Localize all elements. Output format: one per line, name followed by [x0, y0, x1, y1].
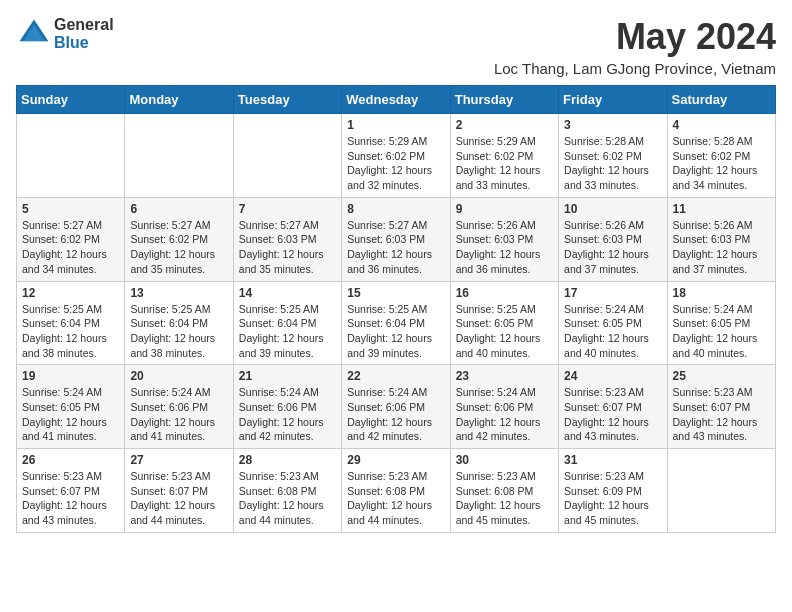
calendar-cell: 30Sunrise: 5:23 AM Sunset: 6:08 PM Dayli…	[450, 449, 558, 533]
calendar-cell: 28Sunrise: 5:23 AM Sunset: 6:08 PM Dayli…	[233, 449, 341, 533]
calendar-week-row: 26Sunrise: 5:23 AM Sunset: 6:07 PM Dayli…	[17, 449, 776, 533]
day-number: 3	[564, 118, 661, 132]
day-number: 4	[673, 118, 770, 132]
day-info: Sunrise: 5:23 AM Sunset: 6:08 PM Dayligh…	[239, 469, 336, 528]
calendar-week-row: 1Sunrise: 5:29 AM Sunset: 6:02 PM Daylig…	[17, 114, 776, 198]
calendar-cell: 21Sunrise: 5:24 AM Sunset: 6:06 PM Dayli…	[233, 365, 341, 449]
day-info: Sunrise: 5:27 AM Sunset: 6:03 PM Dayligh…	[347, 218, 444, 277]
day-info: Sunrise: 5:27 AM Sunset: 6:02 PM Dayligh…	[130, 218, 227, 277]
calendar-cell: 8Sunrise: 5:27 AM Sunset: 6:03 PM Daylig…	[342, 197, 450, 281]
day-info: Sunrise: 5:24 AM Sunset: 6:06 PM Dayligh…	[239, 385, 336, 444]
weekday-header: Friday	[559, 86, 667, 114]
calendar-cell: 3Sunrise: 5:28 AM Sunset: 6:02 PM Daylig…	[559, 114, 667, 198]
day-number: 28	[239, 453, 336, 467]
day-number: 5	[22, 202, 119, 216]
day-number: 21	[239, 369, 336, 383]
day-number: 16	[456, 286, 553, 300]
calendar-cell: 27Sunrise: 5:23 AM Sunset: 6:07 PM Dayli…	[125, 449, 233, 533]
logo-blue: Blue	[54, 34, 114, 52]
day-number: 20	[130, 369, 227, 383]
calendar-cell: 6Sunrise: 5:27 AM Sunset: 6:02 PM Daylig…	[125, 197, 233, 281]
logo: General Blue	[16, 16, 114, 52]
day-number: 17	[564, 286, 661, 300]
day-info: Sunrise: 5:23 AM Sunset: 6:09 PM Dayligh…	[564, 469, 661, 528]
day-info: Sunrise: 5:26 AM Sunset: 6:03 PM Dayligh…	[564, 218, 661, 277]
calendar-cell: 19Sunrise: 5:24 AM Sunset: 6:05 PM Dayli…	[17, 365, 125, 449]
day-info: Sunrise: 5:25 AM Sunset: 6:04 PM Dayligh…	[22, 302, 119, 361]
weekday-header: Sunday	[17, 86, 125, 114]
day-info: Sunrise: 5:25 AM Sunset: 6:04 PM Dayligh…	[239, 302, 336, 361]
month-year: May 2024	[494, 16, 776, 58]
day-info: Sunrise: 5:23 AM Sunset: 6:07 PM Dayligh…	[130, 469, 227, 528]
day-info: Sunrise: 5:27 AM Sunset: 6:02 PM Dayligh…	[22, 218, 119, 277]
day-info: Sunrise: 5:24 AM Sunset: 6:05 PM Dayligh…	[22, 385, 119, 444]
day-info: Sunrise: 5:24 AM Sunset: 6:06 PM Dayligh…	[347, 385, 444, 444]
day-number: 8	[347, 202, 444, 216]
day-number: 2	[456, 118, 553, 132]
day-number: 30	[456, 453, 553, 467]
calendar-cell: 26Sunrise: 5:23 AM Sunset: 6:07 PM Dayli…	[17, 449, 125, 533]
weekday-header: Wednesday	[342, 86, 450, 114]
day-info: Sunrise: 5:28 AM Sunset: 6:02 PM Dayligh…	[673, 134, 770, 193]
day-info: Sunrise: 5:25 AM Sunset: 6:04 PM Dayligh…	[347, 302, 444, 361]
calendar-week-row: 12Sunrise: 5:25 AM Sunset: 6:04 PM Dayli…	[17, 281, 776, 365]
day-info: Sunrise: 5:23 AM Sunset: 6:07 PM Dayligh…	[22, 469, 119, 528]
day-number: 10	[564, 202, 661, 216]
calendar-cell: 12Sunrise: 5:25 AM Sunset: 6:04 PM Dayli…	[17, 281, 125, 365]
calendar-cell	[17, 114, 125, 198]
calendar-cell: 31Sunrise: 5:23 AM Sunset: 6:09 PM Dayli…	[559, 449, 667, 533]
logo-icon	[16, 16, 52, 52]
logo-general: General	[54, 16, 114, 34]
day-info: Sunrise: 5:26 AM Sunset: 6:03 PM Dayligh…	[673, 218, 770, 277]
day-info: Sunrise: 5:25 AM Sunset: 6:04 PM Dayligh…	[130, 302, 227, 361]
calendar-cell: 20Sunrise: 5:24 AM Sunset: 6:06 PM Dayli…	[125, 365, 233, 449]
calendar-cell: 22Sunrise: 5:24 AM Sunset: 6:06 PM Dayli…	[342, 365, 450, 449]
calendar-cell: 17Sunrise: 5:24 AM Sunset: 6:05 PM Dayli…	[559, 281, 667, 365]
day-info: Sunrise: 5:27 AM Sunset: 6:03 PM Dayligh…	[239, 218, 336, 277]
day-number: 1	[347, 118, 444, 132]
weekday-header: Thursday	[450, 86, 558, 114]
day-info: Sunrise: 5:25 AM Sunset: 6:05 PM Dayligh…	[456, 302, 553, 361]
day-number: 9	[456, 202, 553, 216]
location: Loc Thang, Lam GJong Province, Vietnam	[494, 60, 776, 77]
calendar-cell: 13Sunrise: 5:25 AM Sunset: 6:04 PM Dayli…	[125, 281, 233, 365]
day-info: Sunrise: 5:24 AM Sunset: 6:05 PM Dayligh…	[564, 302, 661, 361]
day-info: Sunrise: 5:23 AM Sunset: 6:08 PM Dayligh…	[347, 469, 444, 528]
day-info: Sunrise: 5:23 AM Sunset: 6:07 PM Dayligh…	[673, 385, 770, 444]
calendar-cell: 24Sunrise: 5:23 AM Sunset: 6:07 PM Dayli…	[559, 365, 667, 449]
calendar-cell: 4Sunrise: 5:28 AM Sunset: 6:02 PM Daylig…	[667, 114, 775, 198]
logo-text: General Blue	[54, 16, 114, 51]
weekday-header-row: SundayMondayTuesdayWednesdayThursdayFrid…	[17, 86, 776, 114]
day-info: Sunrise: 5:24 AM Sunset: 6:05 PM Dayligh…	[673, 302, 770, 361]
day-number: 12	[22, 286, 119, 300]
day-info: Sunrise: 5:29 AM Sunset: 6:02 PM Dayligh…	[456, 134, 553, 193]
calendar-table: SundayMondayTuesdayWednesdayThursdayFrid…	[16, 85, 776, 533]
day-number: 29	[347, 453, 444, 467]
calendar-cell: 15Sunrise: 5:25 AM Sunset: 6:04 PM Dayli…	[342, 281, 450, 365]
calendar-cell: 1Sunrise: 5:29 AM Sunset: 6:02 PM Daylig…	[342, 114, 450, 198]
calendar-week-row: 19Sunrise: 5:24 AM Sunset: 6:05 PM Dayli…	[17, 365, 776, 449]
page-header: General Blue May 2024 Loc Thang, Lam GJo…	[16, 16, 776, 77]
calendar-cell	[233, 114, 341, 198]
weekday-header: Tuesday	[233, 86, 341, 114]
day-info: Sunrise: 5:29 AM Sunset: 6:02 PM Dayligh…	[347, 134, 444, 193]
title-block: May 2024 Loc Thang, Lam GJong Province, …	[494, 16, 776, 77]
day-number: 23	[456, 369, 553, 383]
day-number: 18	[673, 286, 770, 300]
day-number: 13	[130, 286, 227, 300]
calendar-cell: 16Sunrise: 5:25 AM Sunset: 6:05 PM Dayli…	[450, 281, 558, 365]
day-number: 15	[347, 286, 444, 300]
calendar-cell	[125, 114, 233, 198]
calendar-week-row: 5Sunrise: 5:27 AM Sunset: 6:02 PM Daylig…	[17, 197, 776, 281]
calendar-cell: 14Sunrise: 5:25 AM Sunset: 6:04 PM Dayli…	[233, 281, 341, 365]
day-info: Sunrise: 5:24 AM Sunset: 6:06 PM Dayligh…	[456, 385, 553, 444]
day-info: Sunrise: 5:24 AM Sunset: 6:06 PM Dayligh…	[130, 385, 227, 444]
day-number: 24	[564, 369, 661, 383]
day-number: 25	[673, 369, 770, 383]
day-number: 7	[239, 202, 336, 216]
day-info: Sunrise: 5:28 AM Sunset: 6:02 PM Dayligh…	[564, 134, 661, 193]
day-number: 19	[22, 369, 119, 383]
day-info: Sunrise: 5:23 AM Sunset: 6:08 PM Dayligh…	[456, 469, 553, 528]
calendar-cell: 29Sunrise: 5:23 AM Sunset: 6:08 PM Dayli…	[342, 449, 450, 533]
calendar-cell: 23Sunrise: 5:24 AM Sunset: 6:06 PM Dayli…	[450, 365, 558, 449]
